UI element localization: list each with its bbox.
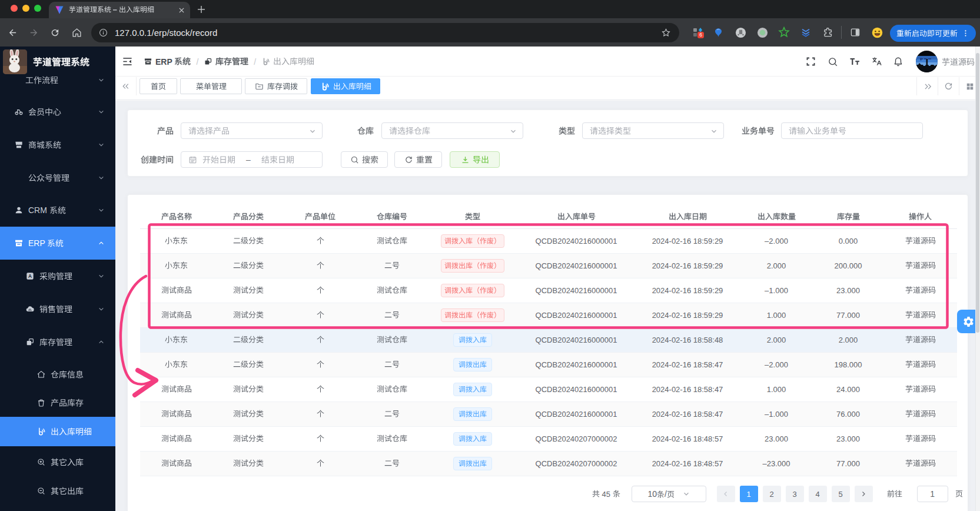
svg-text:6: 6 [699, 32, 702, 38]
svg-text:A: A [28, 273, 32, 279]
